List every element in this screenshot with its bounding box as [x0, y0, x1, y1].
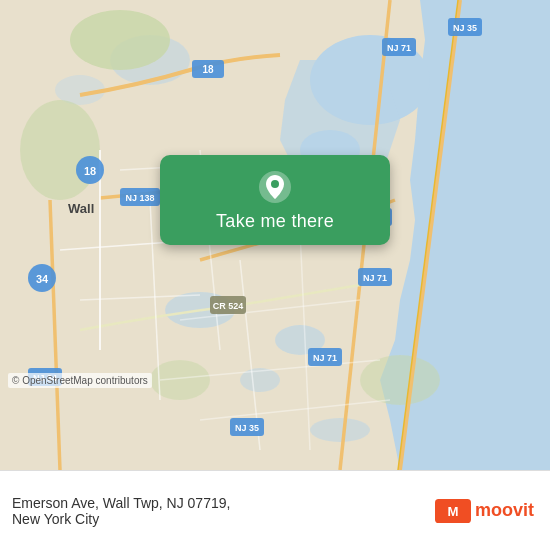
svg-point-14	[360, 355, 440, 405]
svg-point-12	[20, 100, 100, 200]
svg-text:NJ 35: NJ 35	[453, 23, 477, 33]
svg-text:NJ 138: NJ 138	[125, 193, 154, 203]
svg-text:NJ 35: NJ 35	[235, 423, 259, 433]
location-pin-icon	[257, 169, 293, 205]
svg-text:NJ 71: NJ 71	[387, 43, 411, 53]
svg-point-57	[271, 180, 279, 188]
svg-text:M: M	[447, 503, 458, 518]
svg-text:18: 18	[202, 64, 214, 75]
address-info: Emerson Ave, Wall Twp, NJ 07719, New Yor…	[12, 495, 230, 527]
take-me-there-button[interactable]: Take me there	[160, 155, 390, 245]
svg-text:NJ 71: NJ 71	[363, 273, 387, 283]
svg-text:Wall: Wall	[68, 201, 94, 216]
moovit-logo-icon: M	[435, 493, 471, 529]
svg-text:NJ 71: NJ 71	[313, 353, 337, 363]
svg-text:CR 524: CR 524	[213, 301, 244, 311]
svg-text:34: 34	[36, 273, 49, 285]
city-line: New York City	[12, 511, 230, 527]
bottom-bar: Emerson Ave, Wall Twp, NJ 07719, New Yor…	[0, 470, 550, 550]
svg-text:18: 18	[84, 165, 96, 177]
moovit-text: moovit	[475, 500, 534, 521]
address-line: Emerson Ave, Wall Twp, NJ 07719,	[12, 495, 230, 511]
svg-point-11	[70, 10, 170, 70]
button-label: Take me there	[216, 211, 334, 232]
map-container: 18 NJ 35 NJ 71 NJ 138 NJ 35 NJ 71 CR 524…	[0, 0, 550, 470]
svg-point-10	[310, 418, 370, 442]
osm-credit: © OpenStreetMap contributors	[8, 373, 152, 388]
moovit-logo: M moovit	[435, 493, 534, 529]
